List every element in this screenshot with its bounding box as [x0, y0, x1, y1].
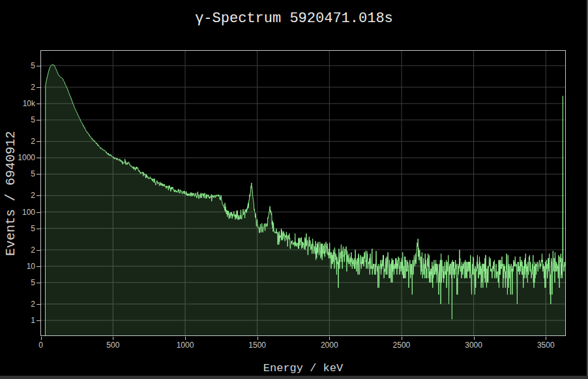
y-tick-label: 1000 — [0, 153, 35, 162]
y-tick-mark — [37, 320, 40, 321]
x-tick-label: 3500 — [526, 341, 565, 350]
y-tick-label: 2 — [0, 137, 35, 146]
x-tick-label: 1500 — [238, 341, 277, 350]
y-tick-mark — [37, 141, 40, 142]
y-tick-label: 5 — [0, 169, 35, 178]
x-tick-label: 2500 — [382, 341, 421, 350]
y-tick-mark — [37, 304, 40, 305]
y-tick-label: 5 — [0, 115, 35, 124]
plot-area[interactable] — [40, 50, 566, 336]
y-tick-label: 5 — [0, 278, 35, 287]
x-tick-label: 1000 — [166, 341, 205, 350]
y-tick-mark — [37, 66, 40, 66]
x-tick-mark — [185, 337, 186, 340]
y-tick-label: 100 — [0, 208, 35, 217]
bottom-scrollbar-edge[interactable] — [0, 376, 588, 379]
x-tick-label: 500 — [93, 341, 132, 350]
y-tick-label: 1 — [0, 316, 35, 325]
y-tick-mark — [37, 87, 40, 88]
y-tick-mark — [37, 104, 40, 104]
x-tick-mark — [474, 337, 475, 340]
chart-title: γ-Spectrum 5920471.018s — [0, 10, 588, 27]
y-tick-mark — [37, 250, 40, 251]
y-tick-label: 2 — [0, 246, 35, 255]
y-tick-mark — [37, 229, 40, 229]
x-tick-mark — [329, 337, 330, 340]
y-tick-label: 5 — [0, 61, 35, 70]
y-tick-mark — [37, 120, 40, 120]
x-tick-mark — [113, 337, 113, 340]
y-tick-mark — [37, 283, 40, 283]
y-tick-mark — [37, 266, 40, 267]
x-tick-label: 0 — [22, 341, 61, 350]
app-window: γ-Spectrum 5920471.018s Events / 6940912… — [0, 0, 588, 379]
y-tick-mark — [37, 158, 40, 158]
y-tick-label: 10 — [0, 262, 35, 271]
x-tick-mark — [402, 337, 402, 340]
spectrum-series — [40, 50, 566, 336]
y-tick-mark — [37, 212, 40, 213]
x-tick-mark — [546, 337, 546, 340]
x-tick-mark — [257, 337, 258, 340]
y-tick-mark — [37, 174, 40, 175]
x-tick-mark — [41, 337, 42, 340]
y-tick-label: 10k — [0, 99, 35, 108]
y-tick-label: 2 — [0, 300, 35, 309]
x-tick-label: 3000 — [454, 341, 493, 350]
y-tick-label: 2 — [0, 83, 35, 92]
x-tick-label: 2000 — [310, 341, 349, 350]
y-tick-label: 2 — [0, 191, 35, 200]
x-axis-title: Energy / keV — [40, 362, 566, 374]
y-tick-mark — [37, 195, 40, 196]
y-tick-label: 5 — [0, 224, 35, 233]
